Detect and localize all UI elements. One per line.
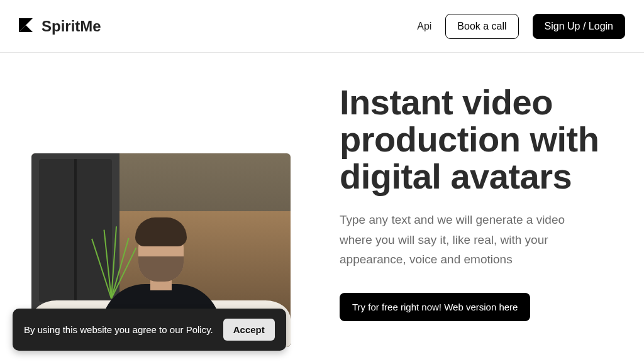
signup-login-button[interactable]: Sign Up / Login [533, 14, 625, 39]
cookie-banner: By using this website you agree to our P… [13, 309, 286, 351]
cookie-message: By using this website you agree to our P… [24, 324, 213, 335]
nav-api-link[interactable]: Api [417, 21, 431, 32]
hero-subtext: Type any text and we will generate a vid… [340, 210, 591, 269]
site-header: SpiritMe Api Book a call Sign Up / Login [0, 0, 644, 53]
hero-headline: Instant video production with digital av… [340, 84, 610, 195]
book-call-button[interactable]: Book a call [445, 14, 518, 39]
brand-logo-icon [19, 18, 33, 35]
hero-cta-button[interactable]: Try for free right now! Web version here [340, 293, 530, 321]
cookie-accept-button[interactable]: Accept [223, 319, 275, 341]
brand[interactable]: SpiritMe [19, 18, 101, 35]
header-nav: Api Book a call Sign Up / Login [417, 14, 625, 39]
brand-name: SpiritMe [42, 18, 101, 35]
main-content: Instant video production with digital av… [0, 53, 644, 347]
hero-media-column [19, 84, 314, 347]
hero-text-column: Instant video production with digital av… [340, 84, 625, 347]
